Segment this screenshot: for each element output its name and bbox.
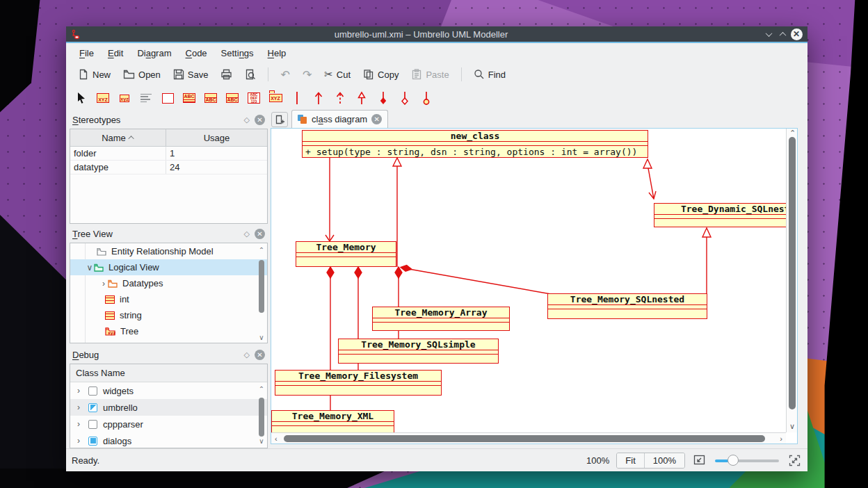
- uml-class-tree-memory-sqlsimple[interactable]: Tree_Memory_SQLsimple: [338, 339, 499, 364]
- close-panel-icon[interactable]: ✕: [255, 115, 265, 125]
- anchor-tool[interactable]: xyz: [118, 91, 131, 105]
- menu-diagram[interactable]: Diagram: [131, 45, 177, 61]
- scroll-up-icon[interactable]: ⌃: [257, 246, 266, 254]
- tree-item-logical-view[interactable]: ∨ Logical View: [70, 259, 267, 275]
- expander-closed-icon[interactable]: ›: [74, 386, 83, 396]
- new-tab-button[interactable]: [271, 112, 288, 127]
- float-panel-icon[interactable]: ◇: [244, 115, 250, 124]
- debug-list-header[interactable]: Class Name: [70, 364, 267, 382]
- box-tool[interactable]: [161, 91, 175, 105]
- class-tool[interactable]: ABC: [182, 91, 196, 105]
- uml-class-new_class[interactable]: new_class + setup(type : string, dsn : s…: [302, 130, 648, 158]
- menu-edit[interactable]: Edit: [102, 45, 129, 61]
- fit-button[interactable]: Fit: [617, 453, 643, 468]
- expander-open-icon[interactable]: ∨: [86, 263, 94, 273]
- package-tool[interactable]: XYZ: [268, 91, 282, 105]
- scrollbar-thumb[interactable]: [789, 137, 796, 409]
- composition-tool[interactable]: [376, 91, 390, 105]
- zoom-slider[interactable]: [715, 455, 779, 466]
- note-tool[interactable]: XYZ: [96, 91, 110, 105]
- select-tool[interactable]: [74, 91, 88, 105]
- uml-class-tree-memory-filesystem[interactable]: Tree_Memory_Filesystem: [275, 370, 442, 396]
- tree-view-panel-header[interactable]: Tree View ◇ ✕: [70, 225, 268, 243]
- uml-class-tree-memory-sqlnested[interactable]: Tree_Memory_SQLnested: [547, 293, 707, 319]
- float-panel-icon[interactable]: ◇: [244, 229, 250, 238]
- checkbox-unchecked[interactable]: [88, 420, 97, 429]
- stereotypes-table-header[interactable]: Name Usage: [70, 129, 267, 147]
- close-panel-icon[interactable]: ✕: [255, 229, 265, 239]
- table-row[interactable]: datatype 24: [70, 161, 267, 174]
- scroll-down-icon[interactable]: ∨: [257, 334, 266, 341]
- minimize-button[interactable]: [762, 27, 775, 41]
- tree-item-entity-relationship-model[interactable]: Entity Relationship Model: [70, 243, 267, 259]
- expander-closed-icon[interactable]: ›: [99, 279, 108, 288]
- scroll-down-icon[interactable]: ∨: [789, 422, 795, 431]
- open-button[interactable]: Open: [118, 66, 166, 83]
- float-panel-icon[interactable]: ◇: [244, 350, 250, 359]
- tree-item-tree[interactable]: xyz Tree: [70, 323, 267, 339]
- scroll-right-icon[interactable]: ›: [780, 434, 782, 443]
- checkbox-partial[interactable]: [88, 403, 97, 412]
- close-panel-icon[interactable]: ✕: [255, 350, 265, 360]
- close-button[interactable]: ✕: [789, 27, 803, 41]
- maximize-button[interactable]: [775, 27, 789, 41]
- tree-item-string[interactable]: string: [70, 307, 267, 323]
- table-row[interactable]: folder 1: [70, 147, 267, 161]
- uni-association-tool[interactable]: [312, 91, 326, 105]
- scroll-down-icon[interactable]: ∨: [257, 437, 266, 445]
- containment-tool[interactable]: [419, 91, 433, 105]
- association-tool[interactable]: [290, 91, 304, 105]
- print-button[interactable]: [216, 66, 237, 83]
- zoom-100-button[interactable]: 100%: [644, 453, 684, 468]
- dependency-tool[interactable]: [333, 91, 347, 105]
- expander-closed-icon[interactable]: ›: [74, 402, 83, 412]
- save-button[interactable]: Save: [168, 66, 214, 83]
- slider-knob[interactable]: [728, 455, 739, 466]
- aggregation-tool[interactable]: [398, 91, 412, 105]
- scrollbar-thumb[interactable]: [259, 260, 264, 313]
- tab-class-diagram[interactable]: class diagram ✕: [291, 110, 388, 128]
- debug-item-cppparser[interactable]: › cppparser: [70, 416, 267, 432]
- titlebar[interactable]: umbrello-uml.xmi – Umbrello UML Modeller…: [66, 26, 807, 42]
- generalization-tool[interactable]: [355, 91, 369, 105]
- scrollbar-thumb[interactable]: [259, 398, 264, 437]
- menu-code[interactable]: Code: [179, 45, 214, 61]
- scrollbar-thumb[interactable]: [284, 435, 765, 442]
- interface-tool[interactable]: ABC: [204, 91, 218, 105]
- checkbox-checked[interactable]: [88, 437, 97, 446]
- print-preview-button[interactable]: [240, 66, 261, 83]
- fit-page-icon[interactable]: [693, 455, 705, 466]
- undo-button[interactable]: ↶: [275, 65, 294, 84]
- uml-class-tree-memory-array[interactable]: Tree_Memory_Array: [372, 307, 510, 331]
- uml-class-tree-dynamic-sqlnested[interactable]: Tree_Dynamic_SQLnested: [654, 203, 786, 227]
- enum-tool[interactable]: ABCDEF123: [247, 91, 261, 105]
- canvas-horizontal-scrollbar[interactable]: ‹ ›: [271, 432, 786, 444]
- debug-scrollbar[interactable]: ⌃ ∨: [257, 366, 266, 446]
- menu-settings[interactable]: Settings: [215, 45, 260, 61]
- canvas-vertical-scrollbar[interactable]: ⌃ ∨: [786, 129, 797, 432]
- find-button[interactable]: Find: [469, 66, 511, 83]
- expander-closed-icon[interactable]: ›: [74, 419, 83, 429]
- diagram-viewport[interactable]: new_class + setup(type : string, dsn : s…: [271, 129, 786, 432]
- redo-button[interactable]: ↷: [298, 65, 316, 84]
- cut-button[interactable]: ✂ Cut: [319, 65, 355, 83]
- text-tool[interactable]: [139, 91, 153, 105]
- paste-button[interactable]: Paste: [406, 66, 453, 83]
- datatype-tool[interactable]: ABC: [225, 91, 239, 105]
- menu-file[interactable]: File: [73, 45, 100, 61]
- debug-item-widgets[interactable]: › widgets: [70, 382, 267, 399]
- menu-help[interactable]: Help: [262, 45, 293, 61]
- new-button[interactable]: New: [73, 66, 115, 83]
- scroll-left-icon[interactable]: ‹: [275, 434, 278, 443]
- diagram-canvas[interactable]: new_class + setup(type : string, dsn : s…: [271, 128, 798, 444]
- expander-closed-icon[interactable]: ›: [74, 436, 83, 446]
- expand-view-icon[interactable]: [789, 455, 801, 466]
- copy-button[interactable]: Copy: [358, 66, 403, 83]
- stereotypes-panel-header[interactable]: Stereotypes ◇ ✕: [70, 111, 268, 129]
- debug-item-dialogs[interactable]: › dialogs: [70, 432, 267, 448]
- debug-panel-header[interactable]: Debug ◇ ✕: [70, 346, 268, 364]
- close-tab-icon[interactable]: ✕: [371, 114, 382, 124]
- scroll-up-icon[interactable]: ⌃: [257, 385, 266, 393]
- checkbox-unchecked[interactable]: [88, 387, 97, 396]
- tree-item-int[interactable]: int: [70, 291, 267, 307]
